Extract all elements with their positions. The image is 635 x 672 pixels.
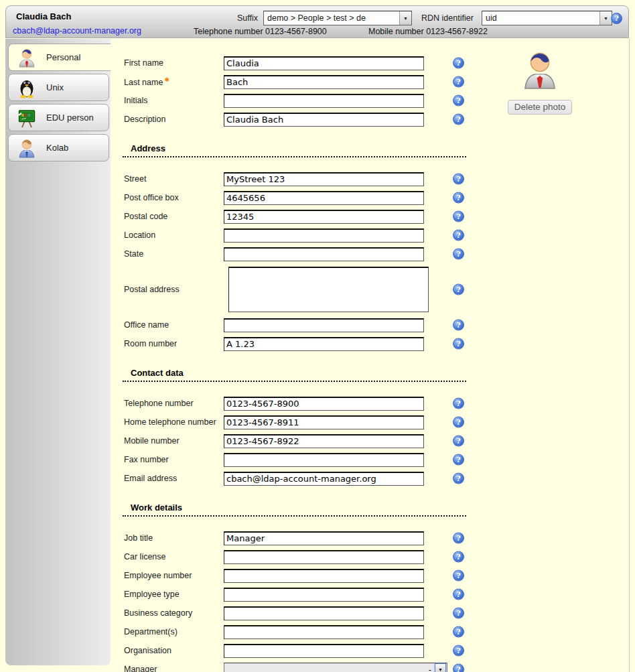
help-icon[interactable]: ?: [453, 114, 464, 125]
main-content: First name?Last name✱?Initials?Descripti…: [111, 39, 630, 672]
sidebar-tab-kolab[interactable]: Kolab: [8, 134, 109, 161]
help-icon[interactable]: ?: [453, 664, 464, 672]
sidebar-tab-label: Kolab: [46, 143, 68, 153]
suffix-label: Suffix: [237, 13, 258, 23]
form-row: Car license?: [124, 547, 630, 566]
help-icon[interactable]: ?: [611, 13, 622, 24]
section-header-work-details: Work details: [123, 501, 466, 517]
post-office-box-input[interactable]: [224, 191, 424, 205]
sidebar-tabs: PersonalUnixEDU personKolab: [5, 39, 111, 161]
description-input[interactable]: [224, 113, 424, 127]
field-label: Mobile number: [124, 436, 224, 446]
job-title-input[interactable]: [224, 531, 424, 545]
sidebar-tab-edu-person[interactable]: EDU person: [8, 104, 109, 131]
help-icon[interactable]: ?: [453, 533, 464, 544]
delete-photo-button[interactable]: Delete photo: [508, 100, 573, 115]
section-header-contact-data: Contact data: [123, 366, 466, 382]
help-icon[interactable]: ?: [453, 454, 464, 466]
help-icon[interactable]: ?: [453, 551, 464, 563]
telephone-number-input[interactable]: [224, 397, 424, 411]
tux-icon: [16, 77, 38, 98]
sidebar-tab-personal[interactable]: Personal: [8, 44, 111, 71]
help-icon[interactable]: ?: [453, 570, 464, 582]
help-icon[interactable]: ?: [453, 230, 464, 241]
employee-type-input[interactable]: [224, 588, 424, 602]
edu-icon: [16, 107, 38, 129]
employee-number-input[interactable]: [224, 569, 424, 583]
field-label: Fax number: [124, 455, 224, 464]
help-icon[interactable]: ?: [453, 626, 464, 638]
help-icon[interactable]: ?: [453, 58, 464, 69]
form-row: Job title?: [124, 529, 630, 547]
office-name-input[interactable]: [224, 318, 424, 332]
form-row: Mobile number?: [124, 431, 630, 450]
field-label: Initials: [124, 96, 224, 105]
header-mobile: Mobile number 0123-4567-8922: [368, 27, 488, 36]
help-icon[interactable]: ?: [453, 174, 464, 185]
help-icon[interactable]: ?: [453, 589, 464, 600]
form-row: Email address?: [124, 469, 630, 488]
help-icon[interactable]: ?: [453, 95, 464, 107]
field-label: Street: [124, 174, 224, 184]
field-label: Manager: [124, 665, 224, 672]
form-row: Business category?: [124, 604, 630, 622]
header-bar: Claudia Bach Suffix demo > People > test…: [5, 5, 629, 38]
email-link[interactable]: cbach@ldap-account-manager.org: [13, 26, 141, 36]
fax-number-input[interactable]: [224, 453, 424, 467]
first-name-input[interactable]: [224, 56, 424, 70]
content-right-border: [629, 39, 630, 672]
help-icon[interactable]: ?: [453, 338, 464, 350]
help-icon[interactable]: ?: [453, 645, 464, 657]
field-label: Telephone number: [124, 399, 224, 408]
person-kolab-icon: [16, 137, 38, 159]
sidebar-tab-unix[interactable]: Unix: [8, 74, 109, 101]
home-telephone-number-input[interactable]: [224, 415, 424, 429]
suffix-select[interactable]: demo > People > test > de ▼: [263, 11, 412, 25]
location-input[interactable]: [224, 228, 424, 243]
mobile-number-input[interactable]: [224, 434, 424, 448]
section-header-address: Address: [123, 142, 466, 157]
help-icon[interactable]: ?: [453, 211, 464, 222]
organisation-input[interactable]: [224, 644, 424, 658]
field-label: Location: [124, 230, 224, 240]
section-title: Address: [123, 143, 165, 153]
form-row: Room number?: [124, 334, 630, 353]
help-icon[interactable]: ?: [453, 320, 464, 331]
last-name-input[interactable]: [224, 75, 424, 89]
help-icon[interactable]: ?: [453, 435, 464, 447]
initials-input[interactable]: [224, 94, 424, 108]
help-icon[interactable]: ?: [453, 417, 464, 428]
postal-code-input[interactable]: [224, 210, 424, 224]
state-input[interactable]: [224, 247, 424, 261]
help-icon[interactable]: ?: [453, 192, 464, 204]
form-row: Telephone number?: [124, 394, 630, 413]
field-label: Employee type: [124, 590, 224, 599]
rdn-identifier-select[interactable]: uid ▼: [482, 11, 612, 25]
help-icon[interactable]: ?: [453, 284, 464, 295]
field-label: Room number: [124, 339, 224, 348]
form-row: Employee type?: [124, 585, 630, 604]
car-license-input[interactable]: [224, 550, 424, 564]
department-s-input[interactable]: [224, 625, 424, 639]
help-icon[interactable]: ?: [453, 76, 464, 88]
manager-select[interactable]: -▼: [224, 663, 447, 672]
postal-address-textarea[interactable]: [228, 267, 429, 312]
help-icon[interactable]: ?: [453, 398, 464, 409]
dropdown-arrow-icon: ▼: [399, 11, 411, 25]
help-icon[interactable]: ?: [453, 473, 464, 484]
user-photo: [518, 48, 561, 91]
form-row: Department(s)?: [124, 622, 630, 641]
field-label: Postal code: [124, 212, 224, 221]
field-label: Description: [124, 115, 224, 124]
select-value: -: [224, 665, 434, 672]
sidebar-tab-label: EDU person: [46, 113, 94, 123]
business-category-input[interactable]: [224, 606, 424, 620]
room-number-input[interactable]: [224, 337, 424, 351]
help-icon[interactable]: ?: [453, 608, 464, 619]
form-row: Street?: [124, 170, 630, 188]
field-label: Car license: [124, 552, 224, 561]
help-icon[interactable]: ?: [453, 249, 464, 260]
street-input[interactable]: [224, 172, 424, 186]
email-address-input[interactable]: [224, 472, 424, 486]
field-label: Employee number: [124, 571, 224, 580]
